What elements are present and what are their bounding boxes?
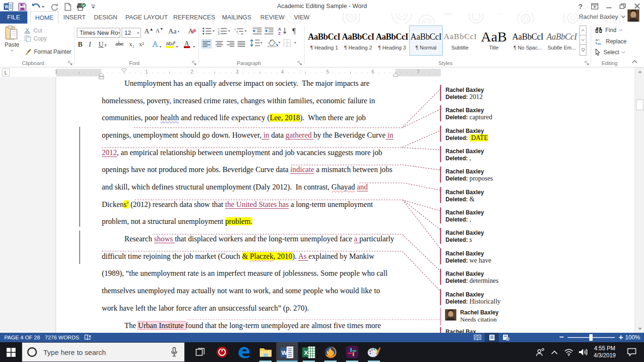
taskbar-clock[interactable]: 4:55 PM 4/3/2019 [590, 345, 619, 359]
document-line[interactable]: themselves unemployed may actually not w… [102, 286, 380, 296]
ribbon-display-options-button[interactable] [589, 2, 600, 10]
numbering-button[interactable]: 123 [218, 27, 231, 35]
paragraph-dialog-launcher[interactable] [297, 61, 303, 66]
taskbar-app-power[interactable] [211, 342, 233, 362]
styles-scroll-up-button[interactable] [579, 25, 586, 35]
restore-button[interactable] [618, 2, 628, 10]
right-indent-marker[interactable] [393, 73, 398, 77]
text-effects-button[interactable]: A [152, 40, 163, 48]
paste-button[interactable]: Paste [5, 25, 19, 51]
bullets-button[interactable] [202, 27, 215, 35]
text-highlight-button[interactable]: ab [166, 40, 179, 48]
tab-page-layout[interactable]: PAGE LAYOUT [123, 11, 170, 24]
multilevel-list-button[interactable]: 1ai [234, 27, 247, 35]
subscript-button[interactable]: x₂ [129, 41, 134, 48]
taskbar-app-paint[interactable] [363, 342, 385, 362]
revision-balloon[interactable]: Rachel BaxleyDeleted: 2012 [446, 87, 632, 101]
taskbar-app-firefox[interactable] [320, 342, 341, 362]
style--no-spac-[interactable]: AaBbCcI¶ No Spac... [511, 25, 545, 56]
tab-design[interactable]: DESIGN [91, 11, 120, 24]
find-button[interactable]: Find [595, 27, 622, 33]
zoom-level[interactable]: 100% [625, 333, 640, 342]
revision-balloon[interactable]: Rachel BaxleyDeleted: proposes [446, 168, 632, 182]
zoom-slider[interactable] [568, 334, 615, 341]
shrink-font-button[interactable]: A▼ [156, 27, 164, 34]
zoom-out-button[interactable]: − [559, 333, 564, 342]
word-count[interactable]: 7276 WORDS [45, 333, 79, 342]
vertical-scrollbar[interactable] [635, 67, 644, 333]
document-line[interactable]: work have left the labor force after an … [102, 304, 309, 313]
taskbar-app-slack[interactable] [341, 342, 363, 362]
decrease-indent-button[interactable] [253, 27, 262, 35]
tab-home[interactable]: HOME [30, 11, 58, 24]
show-hidden-icons-button[interactable] [547, 342, 561, 362]
zoom-in-button[interactable]: + [619, 333, 623, 342]
revision-balloon[interactable]: Rachel BaxleyDeleted: s [446, 230, 632, 244]
increase-indent-button[interactable] [264, 27, 273, 35]
start-button[interactable] [0, 342, 22, 362]
font-family-combo[interactable]: Times New Ro ▾ [77, 28, 120, 38]
taskbar-app-excel[interactable]: X [298, 342, 320, 362]
taskbar-search[interactable]: Type here to search [22, 342, 185, 362]
first-line-indent-marker[interactable] [121, 68, 127, 72]
grow-font-button[interactable]: A▲ [144, 27, 154, 35]
document-line[interactable]: problem, not a structural unemployment p… [102, 217, 252, 226]
action-center-button[interactable] [619, 342, 644, 362]
styles-scroll-down-button[interactable] [579, 35, 586, 45]
revision-balloon[interactable]: Rachel BaxleyDeleted: Historically [446, 291, 632, 305]
tab-references[interactable]: REFERENCES [173, 11, 216, 24]
task-view-button[interactable] [190, 342, 211, 362]
style--heading-2[interactable]: AaBbCcI¶ Heading 2 [341, 25, 375, 56]
scroll-down-button[interactable] [636, 325, 644, 333]
document-line[interactable]: difficult time rejoining the job market … [102, 252, 374, 261]
align-center-button[interactable] [214, 39, 224, 49]
revision-balloon[interactable]: Rachel BaxleyDeleted: captured [446, 107, 632, 121]
show-hide-paragraph-button[interactable]: ¶ [292, 27, 299, 35]
align-left-button[interactable] [201, 39, 212, 49]
superscript-button[interactable]: x² [139, 41, 144, 48]
borders-button[interactable] [283, 39, 297, 47]
clear-formatting-button[interactable]: A [188, 27, 197, 35]
font-dialog-launcher[interactable] [192, 61, 197, 66]
change-case-button[interactable]: Aa▾ [168, 27, 180, 35]
justify-button[interactable] [236, 39, 247, 49]
cut-button[interactable]: Cut [25, 27, 42, 34]
style--normal[interactable]: AaBbCcI¶ Normal [409, 25, 443, 56]
print-layout-button[interactable] [485, 333, 499, 342]
tab-file[interactable]: FILE [0, 11, 27, 24]
style-subtle-em-[interactable]: AaBbCcISubtle Em... [545, 25, 578, 56]
avatar[interactable] [627, 9, 639, 22]
font-size-combo[interactable]: 12 ▾ [122, 28, 141, 38]
align-right-button[interactable] [225, 39, 236, 49]
document-line[interactable]: Research shows that displaced workers an… [124, 234, 394, 244]
revision-balloon[interactable]: Rachel BaxleyDeleted: we have [446, 250, 632, 264]
tab-mailings[interactable]: MAILINGS [218, 11, 255, 24]
scroll-up-button[interactable] [636, 67, 644, 75]
comment-balloon[interactable]: Rachel BaxleyNeeds citation [445, 309, 631, 323]
replace-button[interactable]: abac Replace [595, 38, 627, 45]
document-line[interactable]: openings have not produced more jobs. Be… [102, 165, 392, 174]
shading-button[interactable] [267, 39, 281, 47]
strikethrough-button[interactable]: abc [116, 41, 124, 48]
copy-button[interactable]: Copy [25, 35, 47, 42]
horizontal-ruler[interactable]: 11234567 [56, 69, 441, 76]
style--heading-1[interactable]: AaBbCcI¶ Heading 1 [307, 25, 341, 56]
taskbar-app-word[interactable]: W [276, 342, 298, 362]
taskbar-app-edge[interactable] [233, 342, 255, 362]
taskbar-app-file-explorer[interactable] [255, 342, 276, 362]
bold-button[interactable]: B [78, 41, 83, 49]
sort-button[interactable]: AZ [278, 27, 289, 35]
read-mode-button[interactable] [471, 333, 485, 342]
revision-balloon[interactable]: Rachel BaxleyDeleted: , [446, 209, 632, 223]
microphone-icon[interactable] [171, 347, 178, 357]
select-button[interactable]: Select [595, 49, 625, 56]
wifi-icon[interactable] [561, 342, 576, 362]
clipboard-dialog-launcher[interactable] [68, 61, 73, 66]
tab-insert[interactable]: INSERT [61, 11, 88, 24]
style-title[interactable]: AaBTitle [477, 25, 511, 56]
style--heading-3[interactable]: AaBbCcI¶ Heading 3 [375, 25, 409, 56]
revision-balloon[interactable]: Rachel BaxleyDeleted: DATE [446, 128, 632, 142]
font-color-button[interactable]: A [184, 40, 196, 48]
account-menu[interactable]: Rachel Baxley [579, 13, 625, 20]
help-button[interactable]: ? [575, 2, 586, 10]
